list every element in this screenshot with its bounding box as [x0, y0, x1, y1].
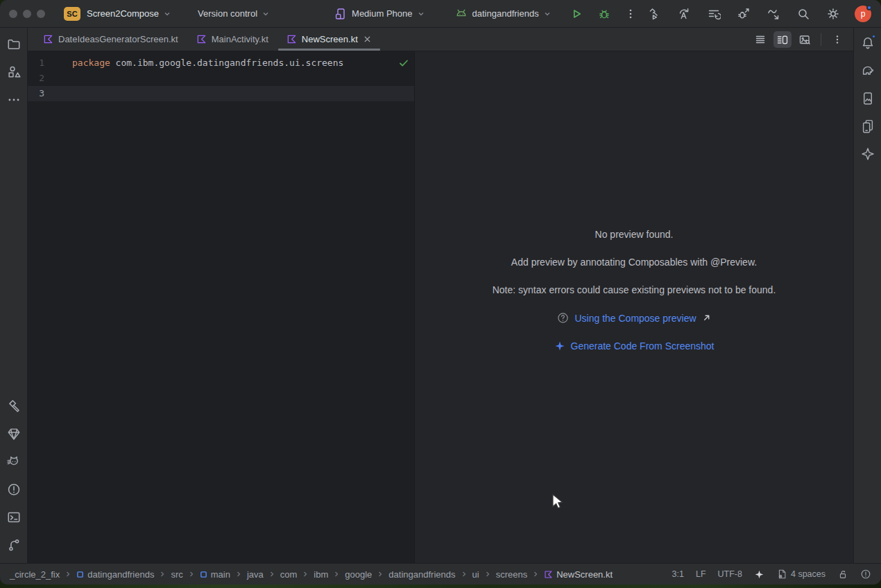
apply-code-changes-icon: [707, 7, 721, 21]
terminal-tool-button[interactable]: [4, 508, 24, 527]
logcat-tool-button[interactable]: [4, 452, 24, 472]
preview-message-hint: Add preview by annotating Composables wi…: [511, 257, 757, 268]
editor-mode-code-button[interactable]: [751, 31, 769, 48]
logcat-cat-icon: [6, 454, 22, 469]
run-configuration-selector[interactable]: datingandfriends: [454, 7, 551, 21]
settings-button[interactable]: [825, 6, 841, 22]
breadcrumb-item[interactable]: datingandfriends: [76, 569, 154, 580]
event-log-widget[interactable]: [860, 569, 871, 580]
breadcrumb-item[interactable]: src: [171, 569, 182, 580]
minimize-window-button[interactable]: [23, 10, 31, 18]
readonly-toggle[interactable]: [837, 569, 848, 580]
ellipsis-icon: [6, 92, 22, 107]
phone-device-icon: [334, 7, 348, 21]
breadcrumb-item[interactable]: ibm: [314, 569, 328, 580]
generate-code-from-screenshot-link[interactable]: Generate Code From Screenshot: [554, 340, 715, 352]
tab-label: NewScreen.kt: [302, 34, 358, 44]
user-avatar[interactable]: p: [855, 6, 871, 22]
breadcrumb-item[interactable]: main: [200, 569, 230, 580]
profiler-icon: [767, 7, 780, 21]
ai-status-widget[interactable]: [754, 569, 764, 580]
version-control-menu[interactable]: Version control: [198, 8, 270, 19]
caret-position-widget[interactable]: 3:1: [672, 569, 684, 579]
git-branch-icon: [6, 537, 22, 553]
editor-mode-split-button[interactable]: [773, 31, 792, 48]
debug-button[interactable]: [596, 6, 613, 22]
compose-preview-help-link[interactable]: Using the Compose preview: [557, 312, 710, 324]
external-link-icon: [702, 313, 711, 322]
run-button[interactable]: [568, 6, 585, 22]
left-tool-strip: [0, 28, 28, 563]
line-separator-widget[interactable]: LF: [696, 569, 706, 579]
problems-tool-button[interactable]: [4, 480, 24, 499]
title-bar: SC Screen2Compose Version control Medium…: [0, 0, 881, 28]
chevron-right-icon: [377, 571, 384, 578]
chevron-right-icon: [532, 571, 539, 578]
breadcrumb-item[interactable]: _circle_2_fix: [10, 569, 60, 580]
search-everywhere-button[interactable]: [795, 6, 812, 22]
info-circle-icon: [860, 569, 871, 580]
editor-options-button[interactable]: [828, 31, 846, 48]
code-line-1: 1package com.ibm.google.datingandfriends…: [28, 55, 414, 71]
breadcrumb: _circle_2_fix datingandfriends src main …: [10, 569, 613, 580]
chevron-down-icon: [543, 10, 551, 18]
gemini-assistant-button[interactable]: [858, 144, 878, 164]
split-view-icon: [776, 33, 789, 46]
design-view-icon: [798, 33, 811, 46]
sparkle-icon: [754, 569, 764, 580]
project-tool-button[interactable]: [4, 35, 24, 54]
git-tool-button[interactable]: [4, 535, 24, 555]
tab-newscreen[interactable]: NewScreen.kt: [277, 28, 381, 51]
tab-dateideasgeneratorscreen[interactable]: DateIdeasGeneratorScreen.kt: [34, 28, 187, 51]
kotlin-file-icon: [196, 34, 207, 44]
breadcrumb-item-file[interactable]: NewScreen.kt: [544, 569, 613, 580]
breadcrumb-item[interactable]: google: [345, 569, 372, 580]
project-selector[interactable]: Screen2Compose: [87, 8, 171, 19]
keyword-token: package: [72, 58, 110, 68]
breadcrumb-item[interactable]: screens: [496, 569, 528, 580]
breadcrumb-item[interactable]: datingandfriends: [388, 569, 455, 580]
device-selector[interactable]: Medium Phone: [334, 7, 425, 21]
question-circle-icon: [557, 312, 569, 324]
apply-code-changes-button[interactable]: [705, 6, 722, 22]
module-icon: [76, 571, 84, 578]
sparkle-icon: [554, 340, 565, 352]
resource-manager-icon: [6, 64, 22, 80]
more-tool-windows-button[interactable]: [4, 90, 24, 110]
running-devices-button[interactable]: [858, 89, 878, 108]
checkmark-icon: [398, 58, 409, 69]
indent-widget[interactable]: 4 spaces: [776, 569, 826, 580]
apply-changes-icon: [677, 7, 691, 21]
encoding-widget[interactable]: UTF-8: [718, 569, 742, 579]
gemini-tool-button[interactable]: [4, 424, 24, 444]
apply-changes-button[interactable]: [676, 6, 692, 22]
zoom-window-button[interactable]: [37, 10, 45, 18]
avatar-initial: p: [861, 9, 866, 19]
profiler-button[interactable]: [765, 6, 782, 22]
preview-message-note: Note: syntax errors could cause existing…: [493, 284, 776, 295]
code-editor[interactable]: 1package com.ibm.google.datingandfriends…: [28, 51, 414, 563]
tab-mainactivity[interactable]: MainActivity.kt: [187, 28, 277, 51]
gradle-tool-button[interactable]: [858, 61, 878, 80]
kotlin-file-icon: [43, 34, 53, 44]
kotlin-file-icon: [286, 34, 297, 44]
more-actions-button[interactable]: [622, 6, 639, 22]
editor-mode-design-button[interactable]: [796, 31, 814, 48]
inspection-status-widget[interactable]: [398, 58, 409, 69]
breadcrumb-item[interactable]: java: [247, 569, 264, 580]
gear-icon: [826, 7, 840, 21]
build-run-button[interactable]: [646, 6, 662, 22]
breadcrumb-item[interactable]: com: [280, 569, 298, 580]
attach-debugger-button[interactable]: [735, 6, 752, 22]
project-badge: SC: [64, 7, 80, 21]
breadcrumb-item[interactable]: ui: [472, 569, 479, 580]
chevron-down-icon: [163, 10, 171, 18]
build-tool-button[interactable]: [4, 397, 24, 416]
close-tab-icon[interactable]: [363, 35, 372, 44]
resource-manager-tool-button[interactable]: [4, 62, 24, 82]
right-tool-strip: [853, 28, 881, 563]
device-manager-button[interactable]: [858, 116, 878, 136]
close-window-button[interactable]: [9, 10, 17, 18]
notifications-button[interactable]: [858, 33, 878, 53]
chevron-right-icon: [268, 571, 275, 578]
